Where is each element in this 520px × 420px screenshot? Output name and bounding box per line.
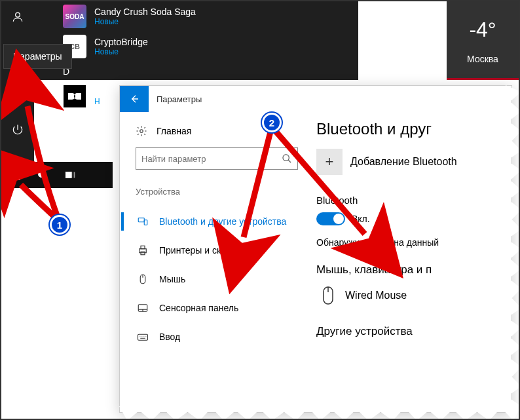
svg-rect-14 <box>141 252 145 255</box>
svg-rect-17 <box>138 334 148 340</box>
content-heading: Bluetooth и друг <box>316 120 511 138</box>
bluetooth-devices-icon <box>137 216 149 227</box>
svg-rect-12 <box>139 249 147 253</box>
nav-printers[interactable]: Принтеры и сканеры <box>136 236 310 265</box>
task-view-icon[interactable] <box>56 162 84 188</box>
settings-icon[interactable] <box>1 71 34 102</box>
home-button[interactable]: Главная <box>136 125 310 137</box>
mkb-heading: Мышь, клавиатура и п <box>316 263 511 277</box>
svg-rect-5 <box>16 176 20 180</box>
settings-tooltip: Параметры <box>3 44 72 69</box>
bluetooth-label: Bluetooth <box>316 195 511 206</box>
torn-edge <box>506 85 520 413</box>
svg-point-8 <box>140 130 143 133</box>
nav-label: Bluetooth и другие устройства <box>159 216 286 227</box>
nav-input[interactable]: Ввод <box>136 322 310 351</box>
printer-icon <box>137 244 149 256</box>
svg-point-9 <box>283 155 289 161</box>
start-button[interactable] <box>1 162 29 188</box>
keyboard-icon <box>137 331 149 343</box>
svg-rect-2 <box>10 170 15 175</box>
nav-touchpad[interactable]: Сенсорная панель <box>136 294 310 322</box>
back-button[interactable] <box>120 86 149 112</box>
dolby-icon <box>63 85 86 108</box>
start-rail <box>1 1 34 188</box>
discoverable-text: Обнаруживаемое на данный <box>316 237 511 248</box>
nav-mouse[interactable]: Мышь <box>136 265 310 294</box>
toggle-state-label: Вкл. <box>352 214 370 224</box>
power-icon[interactable] <box>1 114 34 145</box>
app-item-candy[interactable]: SODA Candy Crush Soda Saga Новые <box>59 1 386 31</box>
nav-bluetooth[interactable]: Bluetooth и другие устройства <box>136 207 310 236</box>
search-input[interactable] <box>136 147 298 170</box>
svg-rect-13 <box>141 246 145 249</box>
svg-rect-11 <box>144 220 147 225</box>
mouse-icon <box>137 273 149 285</box>
svg-rect-7 <box>65 172 71 178</box>
category-label: Устройства <box>136 187 310 197</box>
user-icon[interactable] <box>1 1 34 33</box>
gear-icon <box>136 125 147 137</box>
taskbar <box>1 162 113 188</box>
app-name: Do <box>94 86 106 97</box>
app-sub: Новые <box>94 17 196 26</box>
nav-label: Ввод <box>159 332 180 342</box>
add-device-label: Добавление Bluetooth <box>350 156 457 168</box>
search-field[interactable] <box>141 154 272 164</box>
bluetooth-toggle[interactable] <box>316 212 345 225</box>
svg-point-6 <box>38 170 45 178</box>
svg-rect-4 <box>10 176 15 180</box>
settings-sidebar: Главная Устройства Bluetooth и другие ус… <box>120 112 310 412</box>
candy-crush-icon: SODA <box>63 5 86 28</box>
svg-rect-10 <box>138 218 144 222</box>
plus-icon: + <box>316 149 343 175</box>
add-device-button[interactable]: + Добавление Bluetooth <box>316 149 511 175</box>
app-sub: Новые <box>94 47 148 56</box>
touchpad-icon <box>137 302 149 314</box>
search-icon <box>282 153 292 164</box>
search-icon[interactable] <box>29 162 56 188</box>
app-name: CryptoBridge <box>94 37 148 47</box>
home-label: Главная <box>157 126 191 136</box>
annotation-badge-2: 2 <box>262 113 282 132</box>
nav-label: Сенсорная панель <box>159 303 238 313</box>
nav-label: Мышь <box>159 274 185 284</box>
svg-point-1 <box>16 85 20 88</box>
svg-rect-3 <box>16 170 20 175</box>
mouse-icon <box>320 284 336 307</box>
weather-tile[interactable]: -4° Москва <box>447 1 519 80</box>
svg-point-0 <box>16 12 20 17</box>
other-devices-heading: Другие устройства <box>316 325 511 338</box>
settings-content: Bluetooth и друг + Добавление Bluetooth … <box>310 112 511 412</box>
app-sub: Н <box>94 97 106 106</box>
device-wired-mouse[interactable]: Wired Mouse <box>316 284 511 307</box>
weather-temp: -4° <box>469 18 496 42</box>
annotation-badge-1: 1 <box>50 215 69 235</box>
weather-city: Москва <box>467 54 498 64</box>
app-item-crypto[interactable]: CB CryptoBridge Новые <box>59 31 386 62</box>
settings-title: Параметры <box>149 94 202 104</box>
settings-window: Параметры Главная Устройства Bluetooth и… <box>119 85 512 413</box>
device-label: Wired Mouse <box>345 290 407 301</box>
torn-edge <box>119 406 520 420</box>
app-name: Candy Crush Soda Saga <box>94 7 196 17</box>
settings-header: Параметры <box>120 86 511 112</box>
letter-heading: D <box>59 62 386 81</box>
nav-label: Принтеры и сканеры <box>159 245 248 256</box>
